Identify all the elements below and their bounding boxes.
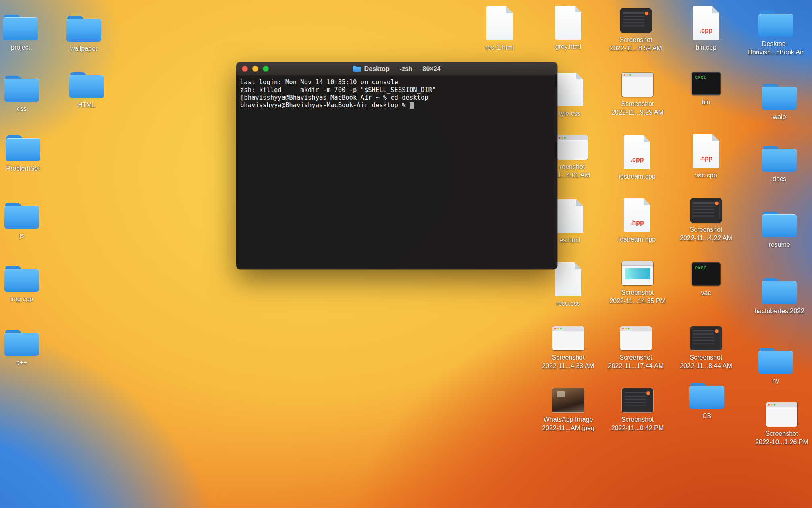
desktop-icon-screenshot-929am[interactable]: Screenshot2022-11...9.29 AM (604, 73, 671, 117)
file-icon (555, 262, 581, 296)
desktop-icon-js[interactable]: js (0, 203, 55, 240)
desktop-icon-screenshot-422am[interactable]: Screenshot2022-11...4.22 AM (673, 198, 739, 242)
file-icon: .cpp (693, 6, 719, 40)
terminal-titlebar[interactable]: Desktop — -zsh — 80×24 (236, 62, 557, 76)
desktop-icon-css[interactable]: css (0, 76, 55, 113)
shot-light-icon (552, 326, 584, 350)
desktop-icon-docs[interactable]: docs (746, 146, 812, 183)
exec-icon: exec (692, 262, 721, 286)
folder-icon (4, 330, 39, 356)
shot-light-icon (620, 326, 652, 350)
icon-label: iostream.cpp (619, 172, 656, 181)
shot-dark-icon (622, 388, 653, 412)
icon-label: reenshot11...4.01 AM (554, 162, 590, 179)
folder-icon (3, 15, 38, 40)
shot-dark-icon (690, 198, 722, 223)
icon-label: hactoberfest2022 (754, 307, 804, 315)
icon-label: resume (768, 240, 790, 249)
folder-icon (69, 72, 104, 98)
exec-icon: exec (692, 72, 721, 95)
desktop-icon-cb[interactable]: CB (674, 383, 740, 420)
file-icon: .hpp (624, 198, 650, 232)
desktop-icon-screenshot-844am[interactable]: Screenshot2022-11...8.44 AM (673, 326, 739, 370)
file-icon (557, 73, 583, 106)
folder-icon (689, 383, 724, 409)
icon-badge-text: .hpp (624, 219, 650, 226)
icon-label: resu.css (556, 299, 580, 308)
icon-label: walp (773, 112, 786, 121)
minimize-button[interactable] (252, 66, 258, 72)
icon-label: tyle.css (559, 109, 580, 118)
desktop-icon-screenshot-126pm[interactable]: Screenshot2022-10...1.26 PM (749, 402, 812, 446)
desktop-icon-resume[interactable]: resume (746, 212, 812, 249)
folder-icon (6, 135, 40, 161)
icon-label: Desktop -Bhavish...cBook Air (748, 40, 804, 56)
icon-label: Screenshot2022-11...14.35 PM (609, 288, 665, 305)
terminal-line: [bhavisshyya@Bhavishyas-MacBook-Air ~ % … (240, 94, 553, 102)
icon-label: Screenshot2022-11...4.33 AM (542, 353, 594, 370)
icon-label: Screenshot2022-11...17.44 AM (608, 353, 664, 370)
icon-label: grey.html (555, 42, 581, 51)
zoom-button[interactable] (263, 66, 269, 72)
terminal-title-text: Desktop — -zsh — 80×24 (364, 65, 441, 73)
icon-badge-text: exec (695, 74, 706, 80)
desktop-icon-screenshot-042pm[interactable]: Screenshot2022-11...0.42 PM (604, 388, 671, 432)
icon-label: Screenshot2022-11...4.22 AM (680, 225, 732, 242)
icon-badge-text: .cpp (624, 156, 650, 163)
desktop-icon-vac-exec[interactable]: exec vac (673, 262, 739, 297)
shot-teal-icon (622, 261, 653, 285)
folder-icon (762, 278, 797, 304)
icon-label: es.html (559, 236, 580, 244)
desktop-icon-bin-cpp[interactable]: .cpp bin.cpp (673, 6, 739, 52)
terminal-line: zsh: killed mkdir -m 700 -p "$SHELL_SESS… (240, 86, 553, 94)
icon-label: iostream.hpp (619, 235, 656, 244)
desktop-icon-html[interactable]: HTML (54, 72, 120, 109)
desktop-icon-project[interactable]: project (0, 15, 54, 52)
desktop-icon-screenshot-1744am[interactable]: Screenshot2022-11...17.44 AM (603, 326, 669, 370)
icon-label: CB (702, 412, 711, 420)
icon-label: res-1.html (485, 43, 514, 52)
icon-label: Screenshot2022-10...1.26 PM (755, 429, 808, 446)
terminal-window: Desktop — -zsh — 80×24 Last login: Mon N… (236, 62, 557, 269)
desktop-icon-img-cpp[interactable]: img cpp (0, 266, 55, 303)
desktop-icon-hy[interactable]: hy (743, 348, 809, 385)
icon-label: bin.cpp (696, 43, 716, 52)
desktop-icon-screenshot-859am[interactable]: Screenshot2022-11...8.59 AM (603, 8, 669, 52)
icon-label: c++ (17, 358, 27, 367)
terminal-line: Last login: Mon Nov 14 10:35:10 on conso… (240, 79, 553, 86)
desktop-icon-grey-html[interactable]: grey.html (535, 6, 601, 51)
desktop-icon-whatsapp-image[interactable]: WhatsApp Image2022-11...AM.jpeg (535, 388, 601, 432)
desktop-icon-hactoberfest2022[interactable]: hactoberfest2022 (746, 278, 812, 315)
desktop-icon-iostream-hpp[interactable]: .hpp iostream.hpp (604, 198, 670, 244)
window-controls (236, 66, 269, 72)
terminal-title: Desktop — -zsh — 80×24 (236, 62, 557, 75)
folder-icon (762, 84, 797, 110)
desktop-icon-iostream-cpp[interactable]: .cpp iostream.cpp (604, 135, 670, 181)
desktop-icon-res-1-html[interactable]: res-1.html (467, 6, 533, 52)
desktop-icon-bin-exec[interactable]: exec bin (673, 72, 739, 106)
file-icon: .cpp (624, 135, 650, 169)
folder-icon (353, 66, 361, 72)
desktop-icon-desktop-macbook[interactable]: Desktop -Bhavish...cBook Air (743, 11, 809, 56)
icon-label: docs (773, 175, 786, 183)
folder-icon (758, 11, 793, 37)
desktop-icon-problemset[interactable]: ProblemSet (0, 135, 56, 173)
desktop-icon-screenshot-1435pm[interactable]: Screenshot2022-11...14.35 PM (604, 261, 671, 305)
terminal-line: bhavisshyya@Bhavishyas-MacBook-Air deskt… (240, 102, 553, 109)
desktop-icon-wallpaper[interactable]: wallpaper (51, 16, 117, 53)
desktop-icon-screenshot-433am[interactable]: Screenshot2022-11...4.33 AM (535, 326, 601, 370)
close-button[interactable] (242, 66, 248, 72)
shot-dark-icon (620, 8, 652, 33)
desktop-icon-walp[interactable]: walp (746, 84, 812, 121)
shot-light-icon (557, 135, 588, 160)
icon-label: Screenshot2022-11...8.59 AM (610, 35, 662, 52)
desktop-icon-c-plus-plus[interactable]: c++ (0, 330, 55, 367)
desktop-icon-vac-cpp[interactable]: .cpp vac.cpp (673, 134, 739, 179)
file-icon (555, 6, 581, 40)
icon-label: vac.cpp (695, 171, 717, 179)
terminal-body[interactable]: Last login: Mon Nov 14 10:35:10 on conso… (236, 76, 557, 269)
folder-icon (762, 212, 797, 237)
folder-icon (4, 203, 39, 229)
icon-label: Screenshot2022-11...8.44 AM (680, 353, 732, 370)
icon-label: HTML (78, 101, 96, 109)
